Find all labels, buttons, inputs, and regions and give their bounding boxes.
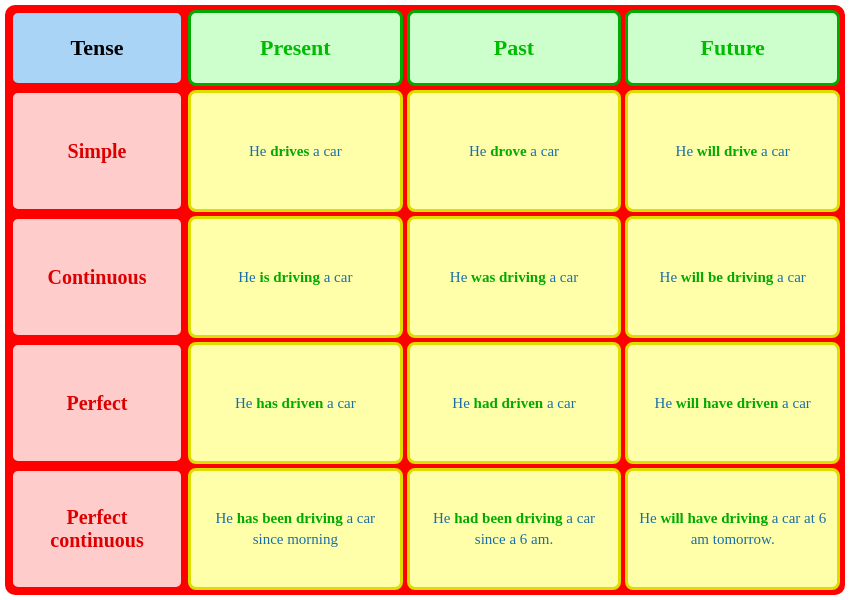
cell-text: He will be driving a car [660,267,806,288]
cell-simple-present: He drives a car [188,90,403,212]
header-future: Future [625,10,840,86]
cell-perfect-continuous-past: He had been driving a car since a 6 am. [407,468,622,590]
cell-perfect-continuous-future: He will have driving a car at 6 am tomor… [625,468,840,590]
row-label-continuous: Continuous [10,216,184,338]
row-label-continuous-text: Continuous [48,266,147,289]
header-tense-label: Tense [71,35,124,61]
cell-simple-past: He drove a car [407,90,622,212]
row-label-perfect-continuous-text: Perfect continuous [21,506,173,552]
cell-text: He will drive a car [676,141,790,162]
cell-perfect-continuous-present: He has been driving a car since morning [188,468,403,590]
row-label-perfect: Perfect [10,342,184,464]
cell-text: He has been driving a car since morning [199,508,392,550]
header-present-label: Present [260,35,330,61]
cell-simple-future: He will drive a car [625,90,840,212]
cell-continuous-past: He was driving a car [407,216,622,338]
cell-text: He drove a car [469,141,559,162]
cell-text: He will have driven a car [655,393,811,414]
cell-text: He had driven a car [452,393,575,414]
header-future-label: Future [700,35,764,61]
cell-text: He has driven a car [235,393,356,414]
header-past-label: Past [494,35,534,61]
cell-perfect-present: He has driven a car [188,342,403,464]
cell-continuous-present: He is driving a car [188,216,403,338]
row-label-simple: Simple [10,90,184,212]
cell-perfect-past: He had driven a car [407,342,622,464]
cell-text: He will have driving a car at 6 am tomor… [636,508,829,550]
header-present: Present [188,10,403,86]
tense-table: Tense Present Past Future Simple He driv… [5,5,845,595]
header-tense: Tense [10,10,184,86]
row-label-simple-text: Simple [68,140,127,163]
cell-text: He had been driving a car since a 6 am. [418,508,611,550]
cell-perfect-future: He will have driven a car [625,342,840,464]
row-label-perfect-text: Perfect [66,392,127,415]
cell-text: He is driving a car [238,267,352,288]
row-label-perfect-continuous: Perfect continuous [10,468,184,590]
cell-text: He drives a car [249,141,342,162]
cell-text: He was driving a car [450,267,578,288]
header-past: Past [407,10,622,86]
cell-continuous-future: He will be driving a car [625,216,840,338]
